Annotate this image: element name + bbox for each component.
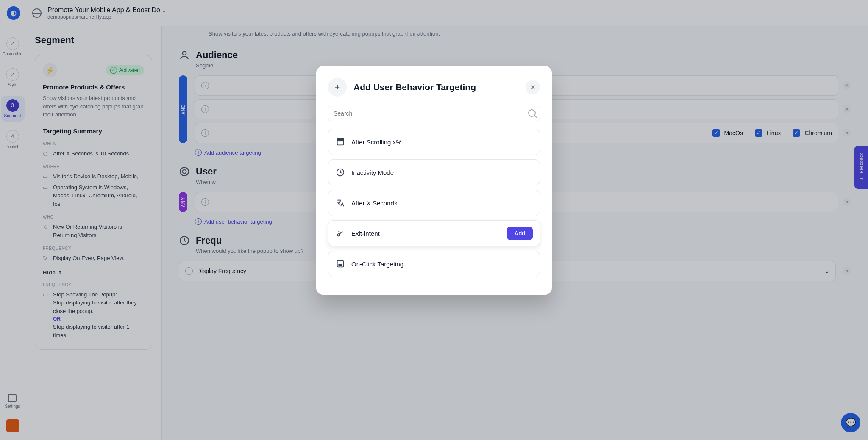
option-label: Exit-intent — [351, 230, 501, 237]
svg-rect-9 — [339, 265, 342, 266]
svg-rect-5 — [337, 139, 344, 141]
scroll-icon — [335, 137, 345, 147]
search-field — [328, 106, 540, 121]
option-exit-intent[interactable]: Exit-intent Add — [328, 220, 540, 246]
clock-icon — [335, 167, 345, 177]
exit-icon — [335, 228, 345, 238]
option-after-scrolling[interactable]: After Scrolling x% — [328, 129, 540, 155]
option-label: Inactivity Mode — [351, 169, 533, 176]
plus-circle-icon: + — [328, 78, 347, 97]
add-user-behavior-modal: + Add User Behavior Targeting ✕ After Sc… — [316, 66, 552, 295]
option-on-click[interactable]: On-Click Targeting — [328, 251, 540, 277]
add-exit-intent-button[interactable]: Add — [507, 227, 533, 240]
option-label: On-Click Targeting — [351, 260, 533, 268]
modal-overlay[interactable]: + Add User Behavior Targeting ✕ After Sc… — [0, 0, 868, 440]
language-icon — [335, 198, 345, 208]
option-label: After Scrolling x% — [351, 138, 533, 146]
option-after-seconds[interactable]: After X Seconds — [328, 190, 540, 216]
option-inactivity[interactable]: Inactivity Mode — [328, 159, 540, 185]
modal-title: Add User Behavior Targeting — [353, 82, 519, 92]
search-input[interactable] — [328, 106, 540, 121]
search-icon — [528, 109, 536, 117]
click-icon — [335, 259, 345, 269]
modal-close-button[interactable]: ✕ — [526, 80, 540, 94]
option-label: After X Seconds — [351, 199, 533, 207]
